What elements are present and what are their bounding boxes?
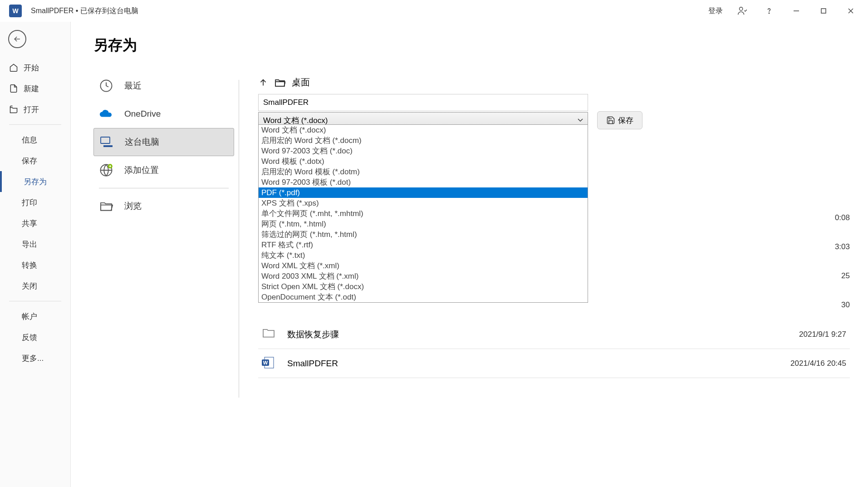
backstage-sidebar: 开始 新建 打开 信息 保存 另存为 打印 共享 导出 转换 关闭 帐户 反馈 … (0, 22, 71, 487)
sidebar-print[interactable]: 打印 (0, 192, 70, 213)
filetype-option[interactable]: RTF 格式 (*.rtf) (259, 240, 588, 250)
user-icon[interactable] (734, 3, 750, 19)
filetype-option[interactable]: Word 文档 (*.docx) (259, 125, 588, 135)
file-name: 数据恢复步骤 (287, 329, 799, 340)
location-label: 这台电脑 (125, 136, 159, 148)
location-label: OneDrive (124, 109, 161, 119)
sidebar-close[interactable]: 关闭 (0, 275, 70, 296)
back-button[interactable] (8, 30, 26, 48)
word-app-icon: W (9, 5, 22, 17)
filetype-option[interactable]: XPS 文档 (*.xps) (259, 198, 588, 208)
save-button[interactable]: 保存 (597, 111, 642, 129)
location-onedrive[interactable]: OneDrive (93, 100, 234, 128)
svg-rect-3 (821, 9, 826, 13)
sidebar-convert[interactable]: 转换 (0, 255, 70, 275)
file-list: 数据恢复步骤2021/9/1 9:27WSmallPDFER2021/4/16 … (258, 320, 850, 378)
save-icon (606, 116, 615, 125)
divider (9, 124, 61, 125)
svg-rect-8 (103, 145, 113, 147)
location-label: 添加位置 (124, 164, 159, 176)
sidebar-home[interactable]: 开始 (0, 57, 70, 78)
login-link[interactable]: 登录 (708, 6, 723, 16)
content-panel: 桌面 Word 文档 (*.docx) 保存 Word 文档 (*.docx)启… (239, 22, 868, 487)
filetype-option[interactable]: PDF (*.pdf) (259, 187, 588, 198)
page-heading: 另存为 (93, 35, 234, 55)
filetype-option[interactable]: 单个文件网页 (*.mht, *.mhtml) (259, 208, 588, 219)
sidebar-label: 开始 (24, 63, 39, 73)
sidebar-more[interactable]: 更多... (0, 348, 70, 369)
add-place-icon (99, 163, 113, 177)
sidebar-share[interactable]: 共享 (0, 213, 70, 234)
location-label: 浏览 (124, 200, 142, 212)
file-row[interactable]: WSmallPDFER2021/4/16 20:45 (258, 349, 850, 378)
folder-icon (99, 199, 113, 213)
filetype-option[interactable]: 纯文本 (*.txt) (259, 250, 588, 261)
location-label: 最近 (124, 80, 142, 92)
filetype-option[interactable]: Word 97-2003 文档 (*.doc) (259, 146, 588, 156)
sidebar-open[interactable]: 打开 (0, 99, 70, 120)
filetype-option[interactable]: Word 2003 XML 文档 (*.xml) (259, 271, 588, 281)
location-browse[interactable]: 浏览 (93, 192, 234, 220)
sidebar-save[interactable]: 保存 (0, 150, 70, 171)
up-folder-icon[interactable] (258, 78, 268, 88)
filetype-option[interactable]: 筛选过的网页 (*.htm, *.html) (259, 229, 588, 240)
divider (9, 301, 61, 301)
location-add-place[interactable]: 添加位置 (93, 156, 234, 184)
clock-icon (99, 79, 113, 93)
sidebar-feedback[interactable]: 反馈 (0, 327, 70, 348)
file-date: 2021/9/1 9:27 (799, 330, 846, 339)
folder-icon (262, 327, 276, 342)
sidebar-save-as[interactable]: 另存为 (0, 171, 70, 192)
filename-input[interactable] (258, 94, 588, 111)
maximize-icon[interactable] (815, 3, 832, 19)
sidebar-export[interactable]: 导出 (0, 234, 70, 255)
onedrive-icon (99, 107, 113, 121)
file-date: 2021/4/16 20:45 (790, 359, 846, 368)
sidebar-new[interactable]: 新建 (0, 78, 70, 99)
filetype-option[interactable]: Word 模板 (*.dotx) (259, 156, 588, 167)
svg-point-1 (769, 13, 769, 13)
folder-open-icon[interactable] (275, 78, 285, 87)
sidebar-label: 新建 (24, 84, 39, 94)
filetype-option[interactable]: 网页 (*.htm, *.html) (259, 219, 588, 229)
minimize-icon[interactable] (788, 3, 804, 19)
divider (99, 188, 229, 188)
filetype-option[interactable]: Strict Open XML 文档 (*.docx) (259, 281, 588, 292)
svg-point-0 (740, 7, 743, 10)
file-row[interactable]: 数据恢复步骤2021/9/1 9:27 (258, 320, 850, 349)
document-title: SmallPDFER • 已保存到这台电脑 (31, 6, 138, 16)
chevron-down-icon (578, 118, 583, 122)
filetype-option[interactable]: 启用宏的 Word 模板 (*.dotm) (259, 167, 588, 177)
svg-rect-7 (101, 137, 110, 143)
word-doc-icon: W (262, 356, 276, 371)
locations-panel: 另存为 最近 OneDrive 这台电脑 添加位置 (71, 22, 239, 487)
partial-dates-behind-dropdown: 0:083:032530 (835, 203, 850, 320)
sidebar-info[interactable]: 信息 (0, 129, 70, 150)
help-icon[interactable] (761, 3, 777, 19)
filetype-options-list: Word 文档 (*.docx)启用宏的 Word 文档 (*.docm)Wor… (258, 124, 588, 303)
filetype-option[interactable]: OpenDocument 文本 (*.odt) (259, 292, 588, 302)
file-name: SmallPDFER (287, 359, 790, 369)
sidebar-account[interactable]: 帐户 (0, 306, 70, 327)
filetype-option[interactable]: Word XML 文档 (*.xml) (259, 261, 588, 271)
filetype-option[interactable]: Word 97-2003 模板 (*.dot) (259, 177, 588, 187)
sidebar-label: 打开 (24, 104, 39, 115)
close-icon[interactable] (843, 3, 859, 19)
computer-icon (99, 135, 114, 149)
location-this-pc[interactable]: 这台电脑 (93, 128, 234, 156)
save-label: 保存 (618, 115, 633, 126)
breadcrumb-folder[interactable]: 桌面 (292, 76, 310, 89)
titlebar: W SmallPDFER • 已保存到这台电脑 登录 (0, 0, 868, 22)
svg-text:W: W (263, 360, 268, 365)
location-recent[interactable]: 最近 (93, 72, 234, 100)
filetype-option[interactable]: 启用宏的 Word 文档 (*.docm) (259, 135, 588, 146)
